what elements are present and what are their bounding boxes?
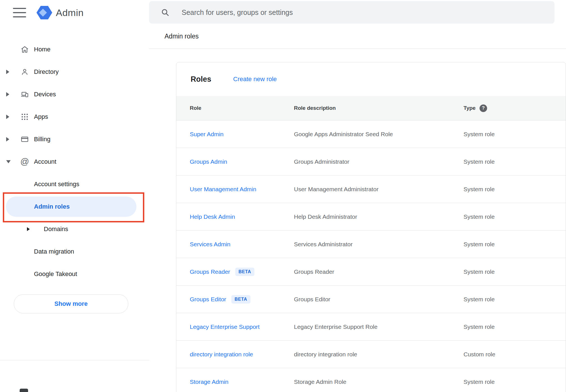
sidebar-item-admin-roles[interactable]: Admin roles — [6, 197, 136, 217]
sidebar-item-billing[interactable]: Billing — [0, 128, 149, 151]
sidebar: Admin Home Directory De — [0, 0, 149, 392]
sidebar-item-label: Apps — [34, 113, 48, 120]
role-type: System role — [464, 268, 566, 275]
roles-card-header: Roles Create new role — [176, 62, 566, 96]
table-header-row: Role Role description Type — [176, 96, 566, 120]
role-type: System role — [464, 296, 566, 303]
sidebar-item-directory[interactable]: Directory — [0, 61, 149, 83]
breadcrumb-bar: Admin roles — [149, 24, 566, 49]
search-bar[interactable] — [149, 1, 554, 24]
role-link[interactable]: Groups Admin — [190, 158, 227, 165]
search-input[interactable] — [182, 1, 554, 24]
column-header-description: Role description — [294, 105, 464, 111]
home-icon — [20, 45, 29, 54]
role-link[interactable]: Help Desk Admin — [190, 213, 235, 220]
role-type: System role — [464, 379, 566, 385]
role-link[interactable]: Storage Admin — [190, 379, 229, 385]
account-at-icon — [20, 158, 29, 166]
roles-card: Roles Create new role Role Role descript… — [176, 62, 566, 392]
chevron-right-icon — [6, 115, 9, 119]
sidebar-item-account[interactable]: Account — [0, 151, 149, 173]
beta-badge: BETA — [231, 295, 251, 304]
role-link[interactable]: Services Admin — [190, 241, 230, 248]
breadcrumb: Admin roles — [165, 33, 198, 40]
role-description: Help Desk Administrator — [294, 213, 464, 220]
sidebar-item-label: Directory — [34, 68, 59, 76]
role-type: System role — [464, 213, 566, 220]
help-icon[interactable] — [480, 104, 487, 112]
sidebar-item-data-migration[interactable]: Data migration — [0, 240, 149, 263]
role-description: Groups Editor — [294, 296, 464, 303]
devices-icon — [20, 90, 29, 99]
role-type: System role — [464, 323, 566, 330]
menu-icon[interactable] — [13, 8, 26, 17]
role-link[interactable]: Super Admin — [190, 131, 223, 138]
role-description: Google Apps Administrator Seed Role — [294, 131, 464, 138]
sidebar-item-label: Account — [34, 158, 56, 165]
brand-name: Admin — [56, 7, 84, 18]
chevron-right-icon — [6, 137, 9, 142]
admin-console: Admin Home Directory De — [0, 0, 566, 392]
card-title: Roles — [191, 75, 211, 84]
role-description: User Management Administrator — [294, 186, 464, 193]
role-description: Storage Admin Role — [294, 379, 464, 385]
role-description: Services Administrator — [294, 241, 464, 248]
column-header-role: Role — [190, 105, 294, 111]
role-description: Groups Reader — [294, 268, 464, 275]
role-type: System role — [464, 158, 566, 165]
role-link[interactable]: Legacy Enterprise Support — [190, 323, 260, 330]
show-more-button[interactable]: Show more — [14, 294, 128, 313]
role-type: Custom role — [464, 351, 566, 358]
role-type: System role — [464, 186, 566, 193]
sidebar-item-home[interactable]: Home — [0, 38, 149, 61]
sidebar-item-label: Domains — [44, 225, 68, 233]
search-icon — [161, 8, 169, 17]
table-row: Legacy Enterprise Support Legacy Enterpr… — [176, 313, 566, 341]
sidebar-item-label: Account settings — [34, 181, 79, 188]
sidebar-item-account-settings[interactable]: Account settings — [0, 173, 149, 195]
sidebar-nav: Home Directory Devices — [0, 38, 149, 285]
role-link[interactable]: directory integration role — [190, 351, 253, 358]
role-description: Legacy Enterprise Support Role — [294, 323, 464, 330]
beta-badge: BETA — [235, 268, 255, 276]
table-row: directory integration role directory int… — [176, 341, 566, 368]
table-row: User Management Admin User Management Ad… — [176, 176, 566, 203]
table-row: Services Admin Services Administrator Sy… — [176, 231, 566, 258]
sidebar-item-label: Home — [34, 46, 51, 53]
table-row: Help Desk Admin Help Desk Administrator … — [176, 203, 566, 231]
sidebar-item-label: Devices — [34, 91, 56, 98]
role-type: System role — [464, 131, 566, 138]
column-header-type: Type — [464, 104, 566, 112]
sidebar-divider — [0, 360, 149, 360]
role-description: Groups Administrator — [294, 158, 464, 165]
table-row: Groups Editor BETA Groups Editor System … — [176, 286, 566, 313]
chevron-down-icon — [6, 160, 11, 163]
sidebar-item-label: Billing — [34, 136, 51, 143]
show-more-label: Show more — [54, 300, 88, 307]
sidebar-item-domains[interactable]: Domains — [0, 218, 149, 240]
role-link[interactable]: User Management Admin — [190, 186, 256, 193]
role-link[interactable]: Groups Editor — [190, 296, 226, 303]
sidebar-item-label: Data migration — [34, 248, 74, 255]
person-icon — [20, 68, 29, 76]
sidebar-item-label: Google Takeout — [34, 270, 77, 278]
role-type: System role — [464, 241, 566, 248]
table-row: Storage Admin Storage Admin Role System … — [176, 368, 566, 392]
create-new-role-link[interactable]: Create new role — [233, 76, 277, 83]
sidebar-item-google-takeout[interactable]: Google Takeout — [0, 263, 149, 285]
apps-grid-icon — [20, 113, 29, 121]
sidebar-header: Admin — [0, 0, 149, 25]
chevron-right-icon — [27, 227, 30, 231]
role-link[interactable]: Groups Reader — [190, 268, 230, 275]
partial-bottom-icon — [20, 389, 28, 392]
chevron-right-icon — [6, 70, 9, 74]
role-description: directory integration role — [294, 351, 464, 358]
sidebar-item-label: Admin roles — [34, 203, 70, 210]
sidebar-item-devices[interactable]: Devices — [0, 83, 149, 106]
billing-card-icon — [20, 135, 29, 143]
table-row: Groups Reader BETA Groups Reader System … — [176, 258, 566, 286]
chevron-right-icon — [6, 92, 9, 97]
sidebar-item-apps[interactable]: Apps — [0, 106, 149, 128]
table-row: Groups Admin Groups Administrator System… — [176, 148, 566, 176]
table-row: Super Admin Google Apps Administrator Se… — [176, 120, 566, 148]
